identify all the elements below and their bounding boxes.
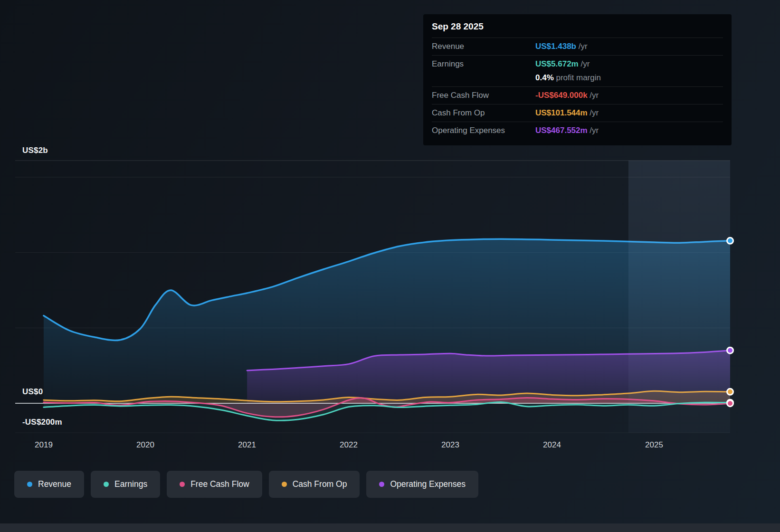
tooltip-label: Revenue xyxy=(432,41,535,52)
legend-label: Earnings xyxy=(114,479,147,489)
tooltip-suffix: profit margin xyxy=(554,73,601,82)
x-axis-label-2023: 2023 xyxy=(441,440,459,450)
legend-label: Revenue xyxy=(38,479,71,489)
legend-dot-operating-expenses xyxy=(379,482,384,487)
legend-dot-free-cash-flow xyxy=(180,482,185,487)
legend-label: Free Cash Flow xyxy=(190,479,249,489)
tooltip-label: Operating Expenses xyxy=(432,125,535,136)
chart-tooltip: Sep 28 2025 Revenue US$1.438b /yr Earnin… xyxy=(423,14,732,145)
earnings-revenue-history-chart: US$2b US$0 -US$200m 2019 2020 2021 2022 … xyxy=(0,0,780,532)
tooltip-row-profit-margin: 0.4% profit margin xyxy=(432,73,723,86)
tooltip-value: US$5.672m xyxy=(535,59,579,68)
tooltip-row-cash-from-op: Cash From Op US$101.544m /yr xyxy=(432,104,723,122)
tooltip-row-operating-expenses: Operating Expenses US$467.552m /yr xyxy=(432,122,723,139)
legend-item-revenue[interactable]: Revenue xyxy=(14,471,84,498)
legend-label: Cash From Op xyxy=(293,479,347,489)
tooltip-suffix: /yr xyxy=(579,59,590,68)
tooltip-label: Cash From Op xyxy=(432,108,535,118)
tooltip-date: Sep 28 2025 xyxy=(432,21,723,38)
tooltip-row-revenue: Revenue US$1.438b /yr xyxy=(432,38,723,55)
x-axis-label-2021: 2021 xyxy=(238,440,256,450)
legend-dot-earnings xyxy=(104,482,109,487)
x-axis-label-2020: 2020 xyxy=(136,440,154,450)
tooltip-suffix: /yr xyxy=(588,126,599,135)
chart-legend: Revenue Earnings Free Cash Flow Cash Fro… xyxy=(14,471,478,498)
tooltip-row-free-cash-flow: Free Cash Flow -US$649.000k /yr xyxy=(432,86,723,104)
legend-item-free-cash-flow[interactable]: Free Cash Flow xyxy=(167,471,262,498)
x-axis-label-2025: 2025 xyxy=(645,440,663,450)
tooltip-row-earnings: Earnings US$5.672m /yr xyxy=(432,55,723,73)
tooltip-value: 0.4% xyxy=(535,73,554,82)
tooltip-suffix: /yr xyxy=(588,108,599,117)
x-axis-label-2022: 2022 xyxy=(340,440,358,450)
tooltip-suffix: /yr xyxy=(576,42,588,51)
tooltip-label: Free Cash Flow xyxy=(432,90,535,101)
legend-dot-revenue xyxy=(27,482,32,487)
tooltip-suffix: /yr xyxy=(588,91,599,100)
tooltip-value: US$467.552m xyxy=(535,126,588,135)
y-axis-label-2b: US$2b xyxy=(22,146,48,155)
legend-item-operating-expenses[interactable]: Operating Expenses xyxy=(366,471,478,498)
tooltip-label: Earnings xyxy=(432,59,535,69)
tooltip-value: US$101.544m xyxy=(535,108,588,117)
legend-item-cash-from-op[interactable]: Cash From Op xyxy=(269,471,360,498)
bottom-bar xyxy=(0,523,780,532)
chart-canvas[interactable] xyxy=(15,160,730,433)
tooltip-value: -US$649.000k xyxy=(535,91,588,100)
x-axis-label-2024: 2024 xyxy=(543,440,561,450)
tooltip-value: US$1.438b xyxy=(535,42,576,51)
legend-dot-cash-from-op xyxy=(282,482,287,487)
legend-item-earnings[interactable]: Earnings xyxy=(91,471,160,498)
x-axis-label-2019: 2019 xyxy=(35,440,53,450)
legend-label: Operating Expenses xyxy=(390,479,466,489)
